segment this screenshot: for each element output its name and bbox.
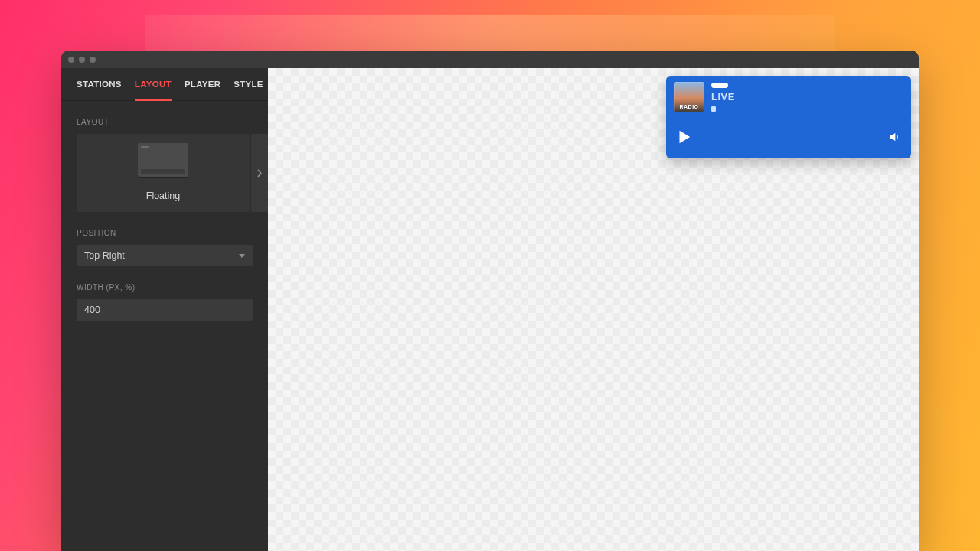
play-button[interactable] bbox=[675, 129, 692, 145]
volume-button[interactable] bbox=[888, 131, 900, 143]
width-section-label: WIDTH (PX, %) bbox=[61, 266, 268, 299]
window-maximize-dot[interactable] bbox=[90, 57, 96, 63]
layout-picker: Floating bbox=[61, 134, 268, 212]
app-body: STATIONS LAYOUT PLAYER STYLE LAYOUT Floa… bbox=[61, 68, 919, 551]
station-artwork bbox=[674, 82, 704, 112]
play-icon bbox=[675, 129, 692, 145]
chevron-right-icon bbox=[257, 169, 263, 178]
radio-player-widget[interactable]: LIVE bbox=[666, 76, 911, 158]
window-minimize-dot[interactable] bbox=[79, 57, 85, 63]
window-close-dot[interactable] bbox=[68, 57, 74, 63]
tab-player[interactable]: PLAYER bbox=[185, 68, 220, 100]
layout-option-label: Floating bbox=[146, 191, 180, 201]
window-titlebar[interactable] bbox=[61, 51, 919, 68]
layout-next-button[interactable] bbox=[251, 134, 268, 212]
tab-stations[interactable]: STATIONS bbox=[77, 68, 122, 100]
app-window: STATIONS LAYOUT PLAYER STYLE LAYOUT Floa… bbox=[61, 51, 919, 551]
layout-section-label: LAYOUT bbox=[61, 101, 268, 134]
layout-thumb-icon bbox=[138, 143, 188, 177]
player-controls bbox=[674, 119, 903, 158]
preview-canvas: LIVE bbox=[268, 68, 919, 551]
track-placeholder bbox=[711, 106, 716, 112]
width-input[interactable] bbox=[77, 299, 253, 321]
position-select[interactable]: Top Right bbox=[77, 245, 253, 266]
volume-icon bbox=[888, 131, 900, 143]
player-meta: LIVE bbox=[711, 82, 735, 112]
station-name-placeholder bbox=[711, 83, 728, 88]
player-top-row: LIVE bbox=[674, 82, 903, 119]
tab-layout[interactable]: LAYOUT bbox=[135, 68, 172, 100]
live-status: LIVE bbox=[711, 91, 735, 103]
sidebar-tabs: STATIONS LAYOUT PLAYER STYLE bbox=[61, 68, 268, 101]
position-select-value: Top Right bbox=[84, 250, 125, 261]
dropdown-triangle-icon bbox=[239, 254, 245, 258]
tab-style[interactable]: STYLE bbox=[234, 68, 263, 100]
position-section-label: POSITION bbox=[61, 212, 268, 245]
layout-option-floating[interactable]: Floating bbox=[77, 134, 250, 212]
settings-sidebar: STATIONS LAYOUT PLAYER STYLE LAYOUT Floa… bbox=[61, 68, 268, 551]
